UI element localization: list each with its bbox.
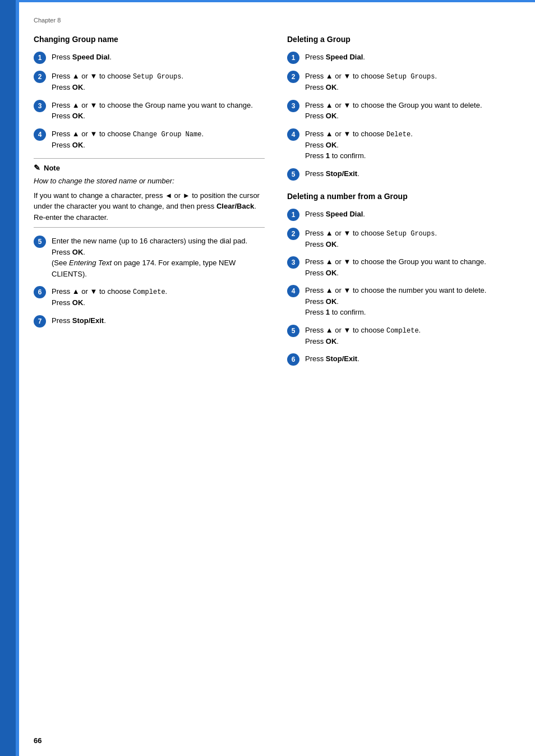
page-number: 66	[34, 736, 41, 745]
step-item: 3Press ▲ or ▼ to choose the Group you wa…	[287, 100, 518, 122]
sidebar-accent	[16, 0, 19, 756]
step-item: 5Press ▲ or ▼ to choose Complete.Press O…	[287, 325, 518, 347]
left-column: Changing Group name 1Press Speed Dial.2P…	[34, 35, 265, 372]
step-text: Press Speed Dial.	[305, 52, 365, 63]
note-italic-text: How to change the stored name or number:	[34, 176, 265, 187]
left-steps-after-note: 5Enter the new name (up to 16 characters…	[34, 236, 265, 328]
step-item: 2Press ▲ or ▼ to choose Setup Groups.Pre…	[287, 228, 518, 250]
step-text: Press Stop/Exit.	[305, 353, 359, 365]
step-circle: 5	[34, 236, 46, 248]
step-text: Press ▲ or ▼ to choose Change Group Name…	[52, 128, 204, 151]
right-column: Deleting a Group 1Press Speed Dial.2Pres…	[287, 35, 518, 372]
step-text: Enter the new name (up to 16 characters)…	[52, 236, 265, 279]
step-circle: 3	[287, 256, 299, 269]
step-item: 1Press Speed Dial.	[287, 209, 518, 221]
step-circle: 3	[287, 100, 299, 112]
step-text: Press ▲ or ▼ to choose Setup Groups.Pres…	[305, 228, 437, 250]
step-circle: 2	[34, 71, 46, 83]
right-section-2-steps: 1Press Speed Dial.2Press ▲ or ▼ to choos…	[287, 209, 518, 366]
step-item: 3Press ▲ or ▼ to choose the Group you wa…	[287, 256, 518, 278]
left-steps-before-note: 1Press Speed Dial.2Press ▲ or ▼ to choos…	[34, 52, 265, 150]
step-circle: 6	[34, 286, 46, 298]
step-circle: 4	[287, 285, 299, 297]
step-item: 1Press Speed Dial.	[287, 52, 518, 64]
step-item: 4Press ▲ or ▼ to choose Change Group Nam…	[34, 128, 265, 151]
chapter-label: Chapter 8	[34, 17, 518, 24]
note-box: ✎ Note How to change the stored name or …	[34, 158, 265, 228]
two-column-layout: Changing Group name 1Press Speed Dial.2P…	[34, 35, 518, 372]
content-area: Chapter 8 Changing Group name 1Press Spe…	[34, 17, 518, 372]
step-item: 3Press ▲ or ▼ to choose the Group name y…	[34, 100, 265, 122]
step-item: 7Press Stop/Exit.	[34, 315, 265, 328]
step-text: Press Speed Dial.	[305, 209, 365, 220]
step-item: 4Press ▲ or ▼ to choose the number you w…	[287, 285, 518, 318]
step-circle: 2	[287, 71, 299, 83]
step-item: 5Enter the new name (up to 16 characters…	[34, 236, 265, 279]
step-text: Press ▲ or ▼ to choose Delete.Press OK.P…	[305, 128, 413, 162]
step-circle: 5	[287, 168, 299, 181]
step-text: Press ▲ or ▼ to choose Setup Groups.Pres…	[52, 71, 183, 93]
left-section-title: Changing Group name	[34, 35, 265, 44]
step-circle: 1	[287, 52, 299, 64]
step-item: 4Press ▲ or ▼ to choose Delete.Press OK.…	[287, 128, 518, 162]
right-section-1-steps: 1Press Speed Dial.2Press ▲ or ▼ to choos…	[287, 52, 518, 181]
step-circle: 3	[34, 100, 46, 112]
step-item: 2Press ▲ or ▼ to choose Setup Groups.Pre…	[287, 71, 518, 93]
step-text: Press Stop/Exit.	[305, 168, 359, 179]
step-item: 6Press ▲ or ▼ to choose Complete.Press O…	[34, 286, 265, 308]
step-text: Press ▲ or ▼ to choose the number you wa…	[305, 285, 486, 318]
note-body-text: If you want to change a character, press…	[34, 190, 265, 223]
step-circle: 7	[34, 315, 46, 328]
step-circle: 5	[287, 325, 299, 337]
step-circle: 1	[34, 52, 46, 64]
step-text: Press ▲ or ▼ to choose the Group you wan…	[305, 100, 482, 122]
note-title: ✎ Note	[34, 163, 265, 172]
step-text: Press ▲ or ▼ to choose Complete.Press OK…	[52, 286, 167, 308]
step-circle: 4	[34, 128, 46, 141]
note-title-text: Note	[44, 164, 60, 172]
step-circle: 1	[287, 209, 299, 221]
step-circle: 4	[287, 128, 299, 141]
page: Chapter 8 Changing Group name 1Press Spe…	[0, 0, 535, 756]
step-text: Press Stop/Exit.	[52, 315, 106, 326]
step-item: 2Press ▲ or ▼ to choose Setup Groups.Pre…	[34, 71, 265, 93]
note-icon: ✎	[34, 163, 40, 172]
step-item: 6Press Stop/Exit.	[287, 353, 518, 366]
step-text: Press ▲ or ▼ to choose the Group name yo…	[52, 100, 253, 122]
step-circle: 2	[287, 228, 299, 240]
right-section-2-title: Deleting a number from a Group	[287, 192, 518, 201]
step-text: Press ▲ or ▼ to choose Setup Groups.Pres…	[305, 71, 437, 93]
sidebar-blue	[0, 0, 16, 756]
step-text: Press Speed Dial.	[52, 52, 112, 63]
step-item: 1Press Speed Dial.	[34, 52, 265, 64]
top-line	[19, 0, 535, 2]
step-item: 5Press Stop/Exit.	[287, 168, 518, 181]
step-text: Press ▲ or ▼ to choose the Group you wan…	[305, 256, 486, 278]
step-text: Press ▲ or ▼ to choose Complete.Press OK…	[305, 325, 421, 347]
step-circle: 6	[287, 353, 299, 366]
right-section-1-title: Deleting a Group	[287, 35, 518, 44]
